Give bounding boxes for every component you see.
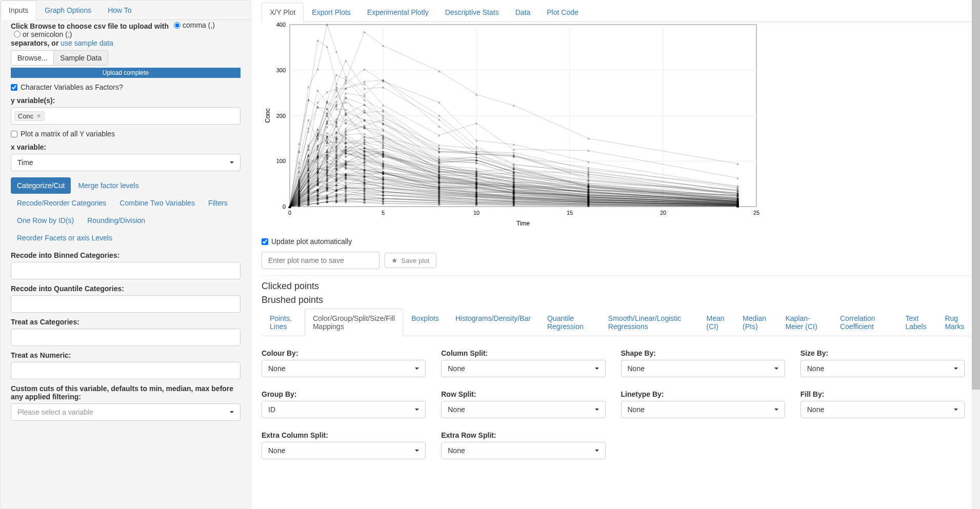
browse-button[interactable]: Browse... bbox=[11, 50, 54, 66]
svg-text:25: 25 bbox=[753, 210, 759, 216]
brushed-points-heading: Brushed points bbox=[262, 295, 975, 306]
colour-by-label: Colour By: bbox=[262, 349, 426, 357]
y-var-label: y variable(s): bbox=[11, 96, 241, 105]
radio-semicolon[interactable]: or semicolon (;) bbox=[14, 30, 72, 38]
categorize-pills: Categorize/Cut Merge factor levels Recod… bbox=[11, 177, 241, 246]
chevron-down-icon bbox=[230, 411, 234, 413]
save-plot-button[interactable]: ★Save plot bbox=[385, 253, 436, 268]
svg-text:20: 20 bbox=[660, 210, 666, 216]
pill-filters[interactable]: Filters bbox=[202, 195, 234, 211]
custom-cuts-select[interactable]: Please select a variable bbox=[11, 403, 241, 421]
char-factors-checkbox[interactable]: Character Variables as Factors? bbox=[11, 83, 241, 91]
use-sample-data-link[interactable]: use sample data bbox=[61, 39, 113, 47]
chevron-down-icon bbox=[954, 409, 958, 411]
pill-reorder-facets[interactable]: Reorder Facets or axis Levels bbox=[11, 230, 118, 246]
tab-experimental-plotly[interactable]: Experimental Plotly bbox=[359, 3, 437, 22]
tab-xy-plot[interactable]: X/Y Plot bbox=[262, 3, 304, 22]
main-tabs: X/Y Plot Export Plots Experimental Plotl… bbox=[262, 3, 975, 22]
upload-help-suffix: separators, or bbox=[11, 39, 58, 47]
chevron-down-icon bbox=[415, 368, 419, 370]
plot-name-input[interactable] bbox=[262, 252, 379, 269]
star-icon: ★ bbox=[391, 256, 398, 264]
pill-recode-reorder[interactable]: Recode/Reorder Categories bbox=[11, 195, 112, 211]
linetype-by-label: Linetype By: bbox=[621, 390, 785, 398]
svg-text:Conc: Conc bbox=[264, 108, 271, 123]
row-split-label: Row Split: bbox=[441, 390, 605, 398]
pill-merge-factor[interactable]: Merge factor levels bbox=[72, 177, 145, 194]
column-split-label: Column Split: bbox=[441, 349, 605, 357]
radio-comma[interactable]: comma (,) bbox=[174, 21, 215, 29]
tab-data[interactable]: Data bbox=[507, 3, 539, 22]
size-by-select[interactable]: None bbox=[801, 360, 965, 377]
recode-quantile-select[interactable] bbox=[11, 295, 241, 313]
upload-help-row: Click Browse to choose csv file to uploa… bbox=[11, 21, 241, 47]
tab-mean-ci[interactable]: Mean (CI) bbox=[698, 309, 735, 336]
group-by-label: Group By: bbox=[262, 390, 426, 398]
chevron-down-icon bbox=[774, 368, 778, 370]
svg-text:400: 400 bbox=[276, 22, 286, 28]
extra-col-split-select[interactable]: None bbox=[262, 442, 426, 459]
pill-one-row-by-id[interactable]: One Row by ID(s) bbox=[11, 212, 80, 229]
shape-by-select[interactable]: None bbox=[621, 360, 785, 377]
plot-area[interactable]: 05101520250100200300400TimeConc bbox=[262, 22, 764, 230]
svg-text:200: 200 bbox=[276, 113, 286, 119]
tab-color-group-split[interactable]: Color/Group/Split/Size/Fill Mappings bbox=[305, 309, 403, 336]
svg-text:0: 0 bbox=[283, 203, 286, 210]
chevron-down-icon bbox=[230, 161, 234, 164]
extra-row-split-label: Extra Row Split: bbox=[441, 431, 605, 439]
tab-inputs[interactable]: Inputs bbox=[1, 1, 36, 20]
pill-combine-two[interactable]: Combine Two Variables bbox=[113, 195, 201, 211]
tab-text-labels[interactable]: Text Labels bbox=[897, 309, 936, 336]
tab-smooth-regressions[interactable]: Smooth/Linear/Logistic Regressions bbox=[600, 309, 698, 336]
linetype-by-select[interactable]: None bbox=[621, 401, 785, 418]
group-by-select[interactable]: ID bbox=[262, 401, 426, 418]
plot-matrix-checkbox[interactable]: Plot a matrix of all Y variables bbox=[11, 130, 241, 138]
upload-progress-bar: Upload complete bbox=[11, 68, 241, 78]
tab-kaplan-meier[interactable]: Kaplan-Meier (CI) bbox=[777, 309, 832, 336]
tab-graph-options[interactable]: Graph Options bbox=[36, 1, 99, 20]
tab-how-to[interactable]: How To bbox=[99, 1, 139, 20]
column-split-select[interactable]: None bbox=[441, 360, 605, 377]
shape-by-label: Shape By: bbox=[621, 349, 785, 357]
y-var-remove-icon[interactable]: ✕ bbox=[36, 113, 41, 119]
x-var-select[interactable]: Time bbox=[11, 154, 241, 171]
recode-binned-select[interactable] bbox=[11, 262, 241, 279]
pill-rounding-division[interactable]: Rounding/Division bbox=[81, 212, 151, 229]
recode-quantile-label: Recode into Quantile Categories: bbox=[11, 284, 241, 293]
fill-by-select[interactable]: None bbox=[801, 401, 965, 418]
extra-col-split-label: Extra Column Split: bbox=[262, 431, 426, 439]
svg-text:5: 5 bbox=[382, 210, 385, 216]
tab-plot-code[interactable]: Plot Code bbox=[538, 3, 586, 22]
tab-export-plots[interactable]: Export Plots bbox=[304, 3, 358, 22]
sidebar-tabs: Inputs Graph Options How To bbox=[1, 1, 251, 20]
extra-row-split-select[interactable]: None bbox=[441, 442, 605, 459]
tab-histograms[interactable]: Histograms/Density/Bar bbox=[447, 309, 539, 328]
chevron-down-icon bbox=[595, 409, 599, 411]
pill-categorize-cut[interactable]: Categorize/Cut bbox=[11, 177, 71, 194]
upload-progress: Upload complete bbox=[11, 68, 241, 78]
row-split-select[interactable]: None bbox=[441, 401, 605, 418]
tab-median-pi[interactable]: Median (PIs) bbox=[734, 309, 777, 336]
tab-descriptive-stats[interactable]: Descriptive Stats bbox=[437, 3, 507, 22]
treat-num-label: Treat as Numeric: bbox=[11, 351, 241, 359]
treat-num-select[interactable] bbox=[11, 362, 241, 379]
treat-cat-select[interactable] bbox=[11, 329, 241, 346]
svg-text:10: 10 bbox=[473, 210, 479, 216]
sample-data-button[interactable]: Sample Data bbox=[54, 50, 108, 66]
y-var-select[interactable]: Conc✕ bbox=[11, 107, 241, 125]
tab-points-lines[interactable]: Points, Lines bbox=[262, 309, 305, 336]
chevron-down-icon bbox=[774, 409, 778, 411]
scrollbar[interactable] bbox=[972, 0, 980, 509]
chevron-down-icon bbox=[595, 450, 599, 452]
chevron-down-icon bbox=[954, 368, 958, 370]
colour-by-select[interactable]: None bbox=[262, 360, 426, 377]
tab-correlation[interactable]: Correlation Coefficient bbox=[832, 309, 897, 336]
x-var-label: x variable: bbox=[11, 143, 241, 151]
tab-quantile-regression[interactable]: Quantile Regression bbox=[539, 309, 600, 336]
fill-by-label: Fill By: bbox=[801, 390, 965, 398]
svg-text:100: 100 bbox=[276, 158, 286, 164]
update-auto-checkbox[interactable]: Update plot automatically bbox=[262, 237, 975, 246]
tab-rug-marks[interactable]: Rug Marks bbox=[936, 309, 975, 336]
size-by-label: Size By: bbox=[801, 349, 965, 357]
tab-boxplots[interactable]: Boxplots bbox=[403, 309, 447, 328]
